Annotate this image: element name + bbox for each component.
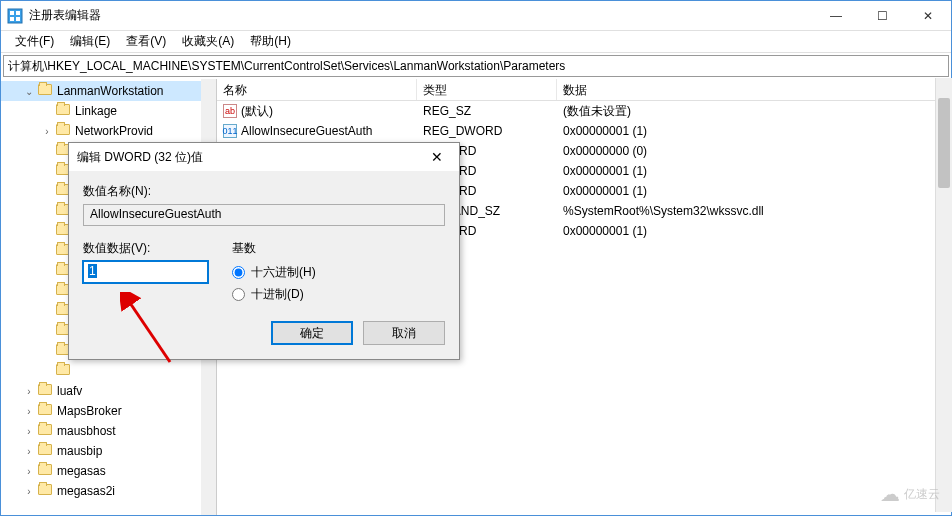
col-data[interactable]: 数据: [557, 79, 951, 100]
value-name: (默认): [241, 103, 273, 120]
close-button[interactable]: ✕: [905, 1, 951, 31]
cloud-icon: ☁: [880, 482, 900, 506]
expand-icon[interactable]: ⌄: [23, 86, 35, 97]
value-data: %SystemRoot%\System32\wkssvc.dll: [557, 203, 951, 219]
folder-icon: [38, 464, 54, 478]
folder-icon: [38, 404, 54, 418]
folder-icon: [38, 444, 54, 458]
col-type[interactable]: 类型: [417, 79, 557, 100]
folder-icon: [38, 424, 54, 438]
folder-icon: [38, 384, 54, 398]
watermark: ☁ 亿速云: [880, 482, 940, 506]
folder-icon: [56, 364, 72, 378]
window-title: 注册表编辑器: [29, 7, 813, 24]
tree-node[interactable]: ›NetworkProvid: [1, 121, 216, 141]
tree-node[interactable]: ⌄LanmanWorkstation: [1, 81, 216, 101]
col-name[interactable]: 名称: [217, 79, 417, 100]
tree-node[interactable]: ›mausbhost: [1, 421, 216, 441]
value-data-input[interactable]: 1: [83, 261, 208, 283]
tree-label: megasas: [57, 464, 106, 478]
value-data: 0x00000001 (1): [557, 183, 951, 199]
base-label: 基数: [232, 240, 316, 257]
tree-node[interactable]: ›luafv: [1, 381, 216, 401]
menu-view[interactable]: 查看(V): [120, 31, 172, 52]
folder-icon: [56, 104, 72, 118]
column-headers: 名称 类型 数据: [217, 79, 951, 101]
tree-label: mausbhost: [57, 424, 116, 438]
value-name: AllowInsecureGuestAuth: [241, 124, 372, 138]
svg-rect-3: [10, 17, 14, 21]
address-bar[interactable]: 计算机\HKEY_LOCAL_MACHINE\SYSTEM\CurrentCon…: [3, 55, 949, 77]
menu-favorites[interactable]: 收藏夹(A): [176, 31, 240, 52]
expand-icon[interactable]: ›: [41, 126, 53, 137]
tree-node[interactable]: [1, 361, 216, 381]
value-data: 0x00000001 (1): [557, 123, 951, 139]
minimize-button[interactable]: —: [813, 1, 859, 31]
cancel-button[interactable]: 取消: [363, 321, 445, 345]
expand-icon[interactable]: ›: [23, 386, 35, 397]
value-type: REG_SZ: [417, 103, 557, 119]
tree-label: megasas2i: [57, 484, 115, 498]
app-icon: [7, 8, 23, 24]
expand-icon[interactable]: ›: [23, 486, 35, 497]
expand-icon[interactable]: ›: [23, 446, 35, 457]
radio-hex-input[interactable]: [232, 266, 245, 279]
value-data: 0x00000000 (0): [557, 143, 951, 159]
value-name-label: 数值名称(N):: [83, 183, 445, 200]
radio-dec-input[interactable]: [232, 288, 245, 301]
tree-label: MapsBroker: [57, 404, 122, 418]
svg-rect-2: [16, 11, 20, 15]
ok-button[interactable]: 确定: [271, 321, 353, 345]
tree-node[interactable]: Linkage: [1, 101, 216, 121]
folder-icon: [38, 484, 54, 498]
main-scrollbar[interactable]: [935, 78, 952, 512]
expand-icon[interactable]: ›: [23, 466, 35, 477]
dialog-title: 编辑 DWORD (32 位)值: [77, 149, 423, 166]
radio-dec[interactable]: 十进制(D): [232, 283, 316, 305]
tree-node[interactable]: ›mausbip: [1, 441, 216, 461]
string-value-icon: ab: [223, 104, 237, 118]
menubar: 文件(F) 编辑(E) 查看(V) 收藏夹(A) 帮助(H): [1, 31, 951, 53]
binary-value-icon: 011: [223, 124, 237, 138]
tree-node[interactable]: ›megasas: [1, 461, 216, 481]
expand-icon[interactable]: ›: [23, 426, 35, 437]
dialog-close-button[interactable]: ✕: [423, 143, 451, 171]
value-row[interactable]: ab(默认)REG_SZ(数值未设置): [217, 101, 951, 121]
value-data: 0x00000001 (1): [557, 163, 951, 179]
tree-label: Linkage: [75, 104, 117, 118]
value-data: (数值未设置): [557, 102, 951, 121]
tree-label: mausbip: [57, 444, 102, 458]
edit-dword-dialog: 编辑 DWORD (32 位)值 ✕ 数值名称(N): AllowInsecur…: [68, 142, 460, 360]
svg-rect-1: [10, 11, 14, 15]
address-text: 计算机\HKEY_LOCAL_MACHINE\SYSTEM\CurrentCon…: [8, 58, 565, 75]
scrollbar-thumb[interactable]: [938, 98, 950, 188]
menu-edit[interactable]: 编辑(E): [64, 31, 116, 52]
folder-icon: [56, 124, 72, 138]
maximize-button[interactable]: ☐: [859, 1, 905, 31]
expand-icon[interactable]: ›: [23, 406, 35, 417]
tree-node[interactable]: ›MapsBroker: [1, 401, 216, 421]
folder-icon: [38, 84, 54, 98]
menu-file[interactable]: 文件(F): [9, 31, 60, 52]
tree-label: NetworkProvid: [75, 124, 153, 138]
value-data-label: 数值数据(V):: [83, 240, 208, 257]
menu-help[interactable]: 帮助(H): [244, 31, 297, 52]
titlebar[interactable]: 注册表编辑器 — ☐ ✕: [1, 1, 951, 31]
radio-hex[interactable]: 十六进制(H): [232, 261, 316, 283]
tree-label: luafv: [57, 384, 82, 398]
value-type: REG_DWORD: [417, 123, 557, 139]
value-data: 0x00000001 (1): [557, 223, 951, 239]
dialog-titlebar[interactable]: 编辑 DWORD (32 位)值 ✕: [69, 143, 459, 171]
value-name-field: AllowInsecureGuestAuth: [83, 204, 445, 226]
tree-node[interactable]: ›megasas2i: [1, 481, 216, 501]
svg-rect-4: [16, 17, 20, 21]
tree-label: LanmanWorkstation: [57, 84, 164, 98]
value-row[interactable]: 011AllowInsecureGuestAuthREG_DWORD0x0000…: [217, 121, 951, 141]
